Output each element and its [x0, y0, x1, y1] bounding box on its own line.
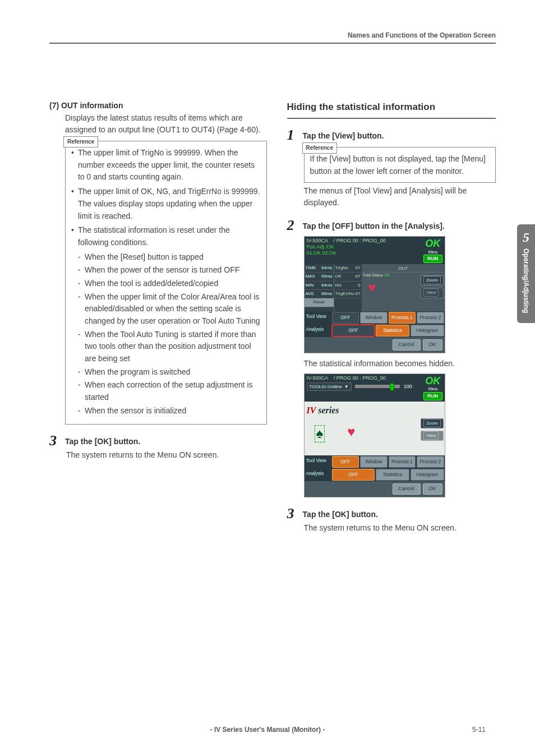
ss-model: IV-500CA	[307, 375, 328, 381]
ss-prog: / PROG 00 : PROG_00	[334, 238, 386, 243]
ref-sub: When the [Reset] button is tapped	[78, 251, 261, 264]
ss-window-button[interactable]: Window	[360, 456, 388, 468]
step-number: 1	[287, 128, 298, 142]
ss-ok-icon: OK	[423, 375, 442, 388]
right-step-3-body: The system returns to the Menu ON screen…	[304, 522, 496, 534]
step-1-body: The menus of [Tool View] and [Analysis] …	[304, 185, 496, 209]
left-step-3: 3 Tap the [OK] button.	[49, 434, 267, 448]
ss-ok-button[interactable]: OK	[423, 339, 442, 351]
ref-sub: When the upper limit of the Color Area/A…	[78, 291, 261, 328]
ss-posadj: Pos.Adj.:OK	[307, 244, 386, 250]
ref-bullet-text: The statistical information is reset und…	[78, 225, 230, 247]
ss-run-badge: RUN	[423, 392, 442, 400]
ss-ms: 99ms	[423, 250, 442, 255]
ss-statistics-button[interactable]: Statistics	[376, 469, 409, 481]
ss-process2-button[interactable]: Process 2	[417, 312, 444, 324]
chevron-down-icon: ▼	[344, 384, 349, 390]
ss-tool-dropdown[interactable]: TOOL01:Outline ▼	[307, 382, 352, 391]
ss-view-button[interactable]: View	[421, 431, 443, 441]
chapter-number: 5	[517, 230, 535, 245]
ss-view-button[interactable]: View	[421, 288, 443, 298]
ss-cell: TrigNo	[335, 265, 349, 271]
step-title: Tap the [View] button.	[303, 128, 384, 142]
ss-histogram-button[interactable]: Histogram	[411, 325, 444, 336]
ss-cell: NG	[335, 282, 342, 289]
ss-statistics-button[interactable]: Statistics	[376, 325, 409, 336]
ref-body: If the [View] button is not displayed, t…	[310, 151, 490, 177]
spade-icon: ♠	[316, 426, 324, 441]
ss-cell: OK	[335, 273, 342, 280]
ss-process2-button[interactable]: Process 2	[417, 456, 444, 468]
ref-sub: When the power of the sensor is turned O…	[78, 264, 261, 276]
ss-cell: 67	[356, 273, 361, 280]
ss-slider-val: 100	[404, 384, 412, 389]
ss-cancel-button[interactable]: Cancel	[393, 339, 421, 351]
ref-bullet: The upper limit of OK, NG, and TrigErrNo…	[71, 186, 261, 222]
step-number: 3	[287, 506, 298, 521]
screenshot-analysis-off: IV-500CA / PROG 00 : PROG_00 Pos.Adj.:OK…	[304, 236, 445, 353]
ss-off-button[interactable]: OFF	[332, 312, 359, 324]
ss-off-button[interactable]: OFF	[332, 456, 359, 468]
ss-zoom-button[interactable]: Zoom	[421, 275, 443, 285]
ss-cell: AVE	[306, 291, 314, 297]
running-header: Names and Functions of the Operation Scr…	[49, 31, 496, 44]
ss-toolview-label: Tool View	[305, 455, 331, 468]
screenshot-hidden-stats: IV-500CA / PROG 00 : PROG_00 TOOL01:Outl…	[304, 374, 445, 497]
ref-sub: When the Tool Auto Tuning is started if …	[78, 329, 261, 365]
reference-label: Reference	[63, 136, 98, 147]
ss-ok-button[interactable]: OK	[423, 483, 442, 495]
step-number: 3	[49, 434, 61, 448]
section-heading: Hiding the statistical information	[287, 100, 496, 119]
step-2-after: The statistical information becomes hidd…	[304, 358, 496, 370]
item-7: (7) OUT information Displays the latest …	[49, 100, 267, 425]
ss-run-badge: RUN	[423, 255, 442, 263]
reference-box-right: Reference If the [View] button is not di…	[304, 147, 496, 182]
heart-icon: ♥	[347, 425, 355, 442]
ss-analysis-label: Analysis	[305, 324, 331, 337]
ss-zoom-button[interactable]: Zoom	[421, 418, 443, 428]
step-title: Tap the [OK] button.	[303, 506, 378, 521]
left-step-3-body: The system returns to the Menu ON screen…	[66, 449, 267, 462]
right-step-1: 1 Tap the [View] button.	[287, 128, 496, 142]
ss-analysis-label: Analysis	[305, 468, 331, 481]
ss-histogram-button[interactable]: Histogram	[411, 469, 444, 481]
step-number: 2	[287, 218, 298, 233]
right-step-2: 2 Tap the [OFF] button in the [Analysis]…	[287, 218, 496, 233]
ss-window-button[interactable]: Window	[360, 312, 388, 324]
item-7-body: Displays the latest status results of it…	[65, 112, 267, 136]
ref-sub: When the program is switched	[78, 366, 261, 379]
left-column: (7) OUT information Displays the latest …	[49, 100, 267, 534]
ss-total-status-val: OK	[384, 273, 390, 277]
chapter-tab: 5 Operating/Adjusting	[517, 224, 535, 323]
ss-reset-button[interactable]: Reset	[305, 298, 334, 307]
ss-cell: 99ms	[321, 273, 333, 280]
ss-out-label: OUT	[363, 265, 444, 273]
ss-cell: 84ms	[321, 282, 333, 289]
step-title: Tap the [OK] button.	[65, 434, 140, 448]
ss-total-status: Total Status	[363, 273, 384, 277]
ss-cell: 84ms	[321, 265, 333, 271]
chapter-title: Operating/Adjusting	[522, 248, 530, 313]
ss-process1-button[interactable]: Process 1	[389, 312, 416, 324]
ss-toolview-label: Tool View	[305, 311, 331, 324]
ss-cell: MAX	[306, 273, 315, 280]
ss-cell: 67	[356, 291, 361, 297]
ss-row01: 01:OK 02:OK	[307, 250, 386, 256]
ss-slider[interactable]	[355, 385, 400, 388]
item-7-num: (7)	[49, 101, 59, 110]
ref-bullet: The statistical information is reset und…	[71, 224, 261, 417]
reference-box-left: Reference The upper limit of TrigNo is 9…	[65, 141, 267, 424]
ss-ms: 99ms	[423, 387, 442, 391]
ss-cell: TIME	[306, 265, 316, 271]
step-title: Tap the [OFF] button in the [Analysis].	[303, 218, 445, 233]
ss-ok-icon: OK	[423, 238, 442, 250]
ss-prog: / PROG 00 : PROG_00	[334, 375, 386, 381]
ss-analysis-off-button[interactable]: OFF	[332, 325, 375, 336]
iv-series-logo: IV series	[307, 404, 442, 418]
ss-cancel-button[interactable]: Cancel	[393, 483, 421, 495]
ss-process1-button[interactable]: Process 1	[389, 456, 416, 468]
ss-analysis-off-button[interactable]: OFF	[332, 469, 375, 481]
ss-cell: TrigErrNo	[335, 291, 354, 297]
ref-sub: When the tool is added/deleted/copied	[78, 278, 261, 290]
ss-model: IV-500CA	[307, 238, 328, 243]
